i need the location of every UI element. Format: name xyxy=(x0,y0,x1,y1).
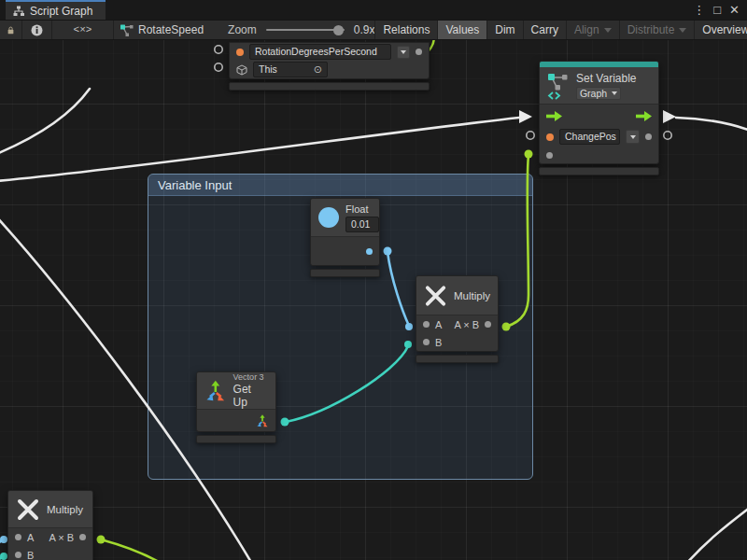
green-wire-knob[interactable] xyxy=(525,150,533,159)
breadcrumb-graph-name[interactable]: RotateSpeed xyxy=(138,23,204,36)
variable-scope-dropdown[interactable]: Graph xyxy=(576,87,621,100)
flow-wire-out-of-set-variable xyxy=(676,118,747,131)
flow-wire-into-set-variable xyxy=(0,118,519,181)
port-label-out: A × B xyxy=(454,319,479,330)
zoom-slider-handle[interactable] xyxy=(333,25,344,35)
node-title: Multiply xyxy=(47,504,83,515)
node-footer xyxy=(196,435,276,443)
vector3-output-icon[interactable] xyxy=(256,414,269,427)
toolbar-button-dim[interactable]: Dim xyxy=(487,21,523,39)
green-wire-bottom xyxy=(101,539,159,560)
flow-input-arrow[interactable] xyxy=(519,110,532,123)
value-output-port[interactable] xyxy=(645,133,652,140)
green-wire-multiply-to-set-variable xyxy=(506,155,529,327)
node-multiply-bottom[interactable]: Multiply A A × B B xyxy=(7,490,93,560)
node-get-variable[interactable]: RotationDegreesPerSecond This ⊙ xyxy=(229,42,430,91)
float-output-port[interactable] xyxy=(366,248,373,255)
code-view-button[interactable]: <×> xyxy=(52,21,114,39)
port-label-out: A × B xyxy=(49,532,74,543)
input-port-a[interactable] xyxy=(15,534,21,540)
graph-variable-icon xyxy=(547,72,570,100)
variable-name-dropdown[interactable]: ChangePos xyxy=(559,129,620,145)
zoom-slider[interactable] xyxy=(266,29,345,31)
value-input-port[interactable] xyxy=(546,152,553,159)
window-close-icon[interactable]: ✕ xyxy=(729,4,740,16)
graph-hierarchy-icon xyxy=(13,6,24,17)
multiply-icon xyxy=(16,497,40,522)
graph-breadcrumb-icon xyxy=(120,23,134,37)
input-port-a[interactable] xyxy=(423,321,430,328)
node-type-label: Vector 3 xyxy=(233,372,268,382)
port-label-a: A xyxy=(27,532,34,543)
value-output-port[interactable] xyxy=(416,49,422,55)
dropdown-arrow-icon[interactable] xyxy=(626,130,640,144)
float-value-input[interactable]: 0.01 xyxy=(345,217,379,232)
output-port[interactable] xyxy=(485,321,491,328)
port-label-a: A xyxy=(435,319,442,330)
node-title: Multiply xyxy=(454,290,490,301)
flow-wire-bottom-right xyxy=(686,507,747,560)
node-title: Set Variable xyxy=(576,72,636,85)
teal-wire-getup-to-multiply xyxy=(286,346,408,422)
tab-title: Script Graph xyxy=(30,5,92,18)
port-ring[interactable] xyxy=(527,132,534,139)
variable-port[interactable] xyxy=(546,133,554,141)
object-picker-icon[interactable]: ⊙ xyxy=(314,63,322,76)
blue-wire-knob[interactable] xyxy=(384,247,392,256)
flow-wire xyxy=(0,89,90,154)
zoom-value: 0.9x xyxy=(354,23,375,36)
variable-name-dropdown[interactable]: RotationDegreesPerSecond xyxy=(249,44,391,60)
target-object-field[interactable]: This ⊙ xyxy=(253,62,328,77)
node-title: Get Up xyxy=(233,383,268,409)
flow-output-arrow[interactable] xyxy=(663,110,676,123)
input-port-b[interactable] xyxy=(15,552,21,558)
toolbar-button-overview[interactable]: Overview xyxy=(695,21,747,39)
toolbar-button-align[interactable]: Align xyxy=(567,21,620,39)
info-button[interactable] xyxy=(22,21,52,39)
window-maximize-icon[interactable]: □ xyxy=(713,4,721,16)
node-footer xyxy=(310,269,380,277)
zoom-label: Zoom xyxy=(228,23,257,36)
float-type-icon xyxy=(318,207,339,228)
teal-wire-knob[interactable] xyxy=(281,418,289,427)
graph-toolbar: <×> RotateSpeed Zoom 0.9x Relations Valu… xyxy=(0,20,747,40)
teal-wire-knob[interactable] xyxy=(404,341,412,348)
node-footer xyxy=(229,82,430,91)
port-label-b: B xyxy=(435,337,442,348)
port-ring[interactable] xyxy=(215,63,222,71)
window-menu-icon[interactable]: ⋮ xyxy=(693,4,705,16)
toolbar-button-values[interactable]: Values xyxy=(438,21,487,39)
node-multiply[interactable]: Multiply A A × B B xyxy=(416,275,499,363)
dropdown-arrow-icon xyxy=(679,28,686,33)
input-port-b[interactable] xyxy=(423,339,430,345)
output-port[interactable] xyxy=(79,534,86,540)
toolbar-button-carry[interactable]: Carry xyxy=(524,21,567,39)
blue-wire-knob[interactable] xyxy=(0,536,7,543)
node-vector3-get-up[interactable]: Vector 3 Get Up xyxy=(196,371,276,443)
port-ring[interactable] xyxy=(215,46,222,53)
flow-out-arrow-icon[interactable] xyxy=(636,111,652,121)
dropdown-arrow-icon xyxy=(604,28,612,33)
blue-wire-float-to-multiply xyxy=(388,252,409,326)
blue-wire-knob[interactable] xyxy=(405,323,413,330)
node-footer xyxy=(416,355,499,363)
multiply-icon xyxy=(424,284,447,308)
dropdown-arrow-icon[interactable] xyxy=(397,46,410,59)
script-graph-window: Variable Input RotationDegreesPerSecond … xyxy=(0,0,747,560)
vector3-icon xyxy=(204,380,227,402)
lock-icon xyxy=(7,24,14,36)
node-set-variable[interactable]: Set Variable Graph ChangePos xyxy=(539,61,659,175)
lock-button[interactable] xyxy=(0,21,22,39)
window-tab-bar: Script Graph ⋮ □ ✕ xyxy=(0,0,747,20)
green-wire-knob[interactable] xyxy=(97,536,106,544)
toolbar-button-relations[interactable]: Relations xyxy=(375,21,438,39)
teal-wire-knob[interactable] xyxy=(0,553,7,560)
node-title: Float xyxy=(345,203,368,215)
variable-port[interactable] xyxy=(236,49,244,56)
node-float[interactable]: Float 0.01 xyxy=(310,198,380,277)
toolbar-button-distribute[interactable]: Distribute xyxy=(620,21,696,39)
tab-script-graph[interactable]: Script Graph xyxy=(6,0,106,20)
flow-in-arrow-icon[interactable] xyxy=(546,111,562,121)
green-wire-knob[interactable] xyxy=(502,323,511,331)
port-ring[interactable] xyxy=(664,132,671,139)
